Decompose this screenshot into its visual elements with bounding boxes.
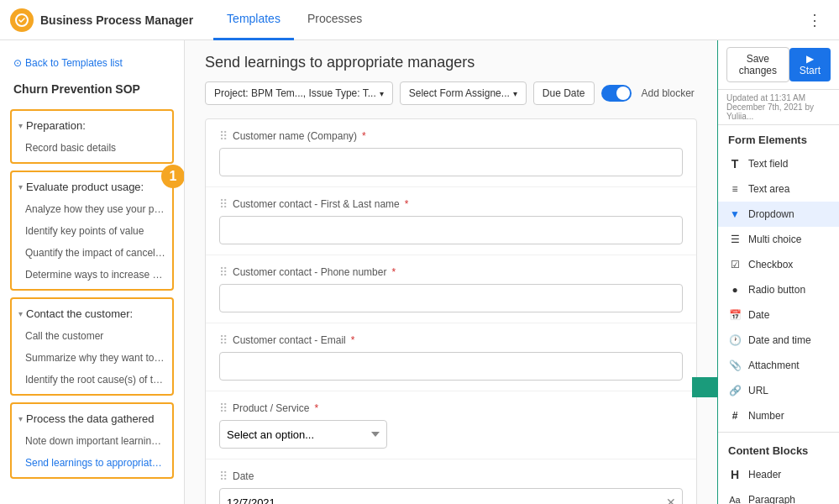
panel-item-header[interactable]: H Header bbox=[718, 462, 839, 487]
list-item[interactable]: Call the customer bbox=[12, 325, 172, 347]
panel-item-attachment[interactable]: 📎 Attachment bbox=[718, 353, 839, 378]
drag-drop-label: Drag & drop bbox=[692, 370, 717, 404]
tab-processes[interactable]: Processes bbox=[294, 0, 375, 40]
list-item[interactable]: Determine ways to increase val... bbox=[12, 264, 172, 286]
drag-handle-icon[interactable]: ⠿ bbox=[219, 197, 228, 211]
panel-item-text-area[interactable]: ≡ Text area bbox=[718, 176, 839, 202]
email-input[interactable] bbox=[219, 352, 683, 381]
list-item[interactable]: Identify the root cause(s) of the... bbox=[12, 369, 172, 391]
section-header-evaluate[interactable]: ▾ Evaluate product usage: bbox=[12, 176, 172, 198]
required-indicator: * bbox=[314, 402, 318, 414]
app-title: Business Process Manager bbox=[40, 13, 193, 27]
save-changes-button[interactable]: Save changes bbox=[726, 47, 789, 82]
panel-item-dropdown[interactable]: ▼ Dropdown bbox=[718, 202, 839, 227]
checkbox-icon: ☑ bbox=[728, 258, 742, 271]
list-item[interactable]: Quantify the impact of cancella... bbox=[12, 242, 172, 264]
start-button[interactable]: ▶ Start bbox=[789, 48, 831, 81]
field-label: ⠿ Product / Service * bbox=[219, 402, 683, 415]
drag-handle-icon[interactable]: ⠿ bbox=[219, 129, 228, 143]
list-item[interactable]: Record basic details bbox=[12, 137, 172, 159]
chevron-icon: ▾ bbox=[18, 182, 23, 192]
form-field-product: ⠿ Product / Service * Select an option..… bbox=[206, 391, 696, 459]
drag-handle-icon[interactable]: ⠿ bbox=[219, 333, 228, 347]
section-label: Contact the customer: bbox=[26, 307, 133, 320]
panel-item-date[interactable]: 📅 Date bbox=[718, 302, 839, 328]
product-select[interactable]: Select an option... bbox=[219, 420, 387, 449]
content-blocks-title: Content Blocks bbox=[718, 436, 839, 462]
panel-item-label: Radio button bbox=[748, 284, 805, 296]
updated-info: Updated at 11:31 AMDecember 7th, 2021 by… bbox=[718, 90, 839, 125]
top-nav: Business Process Manager Templates Proce… bbox=[0, 0, 839, 40]
list-item[interactable]: Analyze how they use your prod... bbox=[12, 198, 172, 220]
form-field-customer-name: ⠿ Customer name (Company) * bbox=[206, 119, 696, 187]
panel-item-radio-button[interactable]: ● Radio button bbox=[718, 277, 839, 302]
number-icon: # bbox=[728, 409, 742, 423]
section-header-contact[interactable]: ▾ Contact the customer: bbox=[12, 302, 172, 325]
field-label: ⠿ Customer name (Company) * bbox=[219, 129, 683, 143]
list-item[interactable]: Send learnings to appropriate ... bbox=[12, 452, 172, 474]
due-date-button[interactable]: Due Date bbox=[533, 81, 595, 105]
page-title: Send learnings to appropriate managers bbox=[205, 54, 697, 71]
date-clear-icon[interactable]: ✕ bbox=[666, 496, 676, 504]
list-item[interactable]: Summarize why they want to le... bbox=[12, 347, 172, 369]
panel-item-label: Checkbox bbox=[748, 259, 793, 270]
panel-item-label: URL bbox=[748, 385, 768, 396]
panel-item-multi-choice[interactable]: ☰ Multi choice bbox=[718, 227, 839, 252]
more-icon[interactable]: ⋮ bbox=[800, 4, 829, 36]
chevron-down-icon: ▾ bbox=[513, 89, 517, 98]
panel-item-label: Header bbox=[748, 469, 781, 480]
section-label: Evaluate product usage: bbox=[26, 181, 144, 193]
panel-item-label: Text field bbox=[748, 158, 788, 170]
field-label-text: Date bbox=[233, 470, 254, 482]
customer-name-input[interactable] bbox=[219, 148, 683, 176]
project-filter-button[interactable]: Project: BPM Tem..., Issue Type: T... ▾ bbox=[205, 81, 393, 105]
drag-handle-icon[interactable]: ⠿ bbox=[219, 402, 228, 415]
field-label-text: Customer contact - First & Last name bbox=[233, 198, 400, 210]
panel-item-checkbox[interactable]: ☑ Checkbox bbox=[718, 252, 839, 277]
field-label-text: Customer name (Company) bbox=[233, 130, 357, 142]
list-item[interactable]: Identify key points of value bbox=[12, 220, 172, 242]
assignee-filter-label: Select Form Assigne... bbox=[409, 87, 510, 99]
back-to-templates-link[interactable]: Back to Templates list bbox=[0, 50, 184, 76]
panel-item-number[interactable]: # Number bbox=[718, 403, 839, 428]
due-date-toggle[interactable] bbox=[601, 85, 632, 102]
section-header-preparation[interactable]: ▾ Preparation: bbox=[12, 114, 172, 137]
panel-item-text-field[interactable]: T Text field bbox=[718, 151, 839, 176]
assignee-filter-button[interactable]: Select Form Assigne... ▾ bbox=[400, 81, 527, 105]
chevron-icon: ▾ bbox=[18, 309, 23, 318]
date-input-wrap: 12/7/2021 ✕ bbox=[219, 488, 683, 504]
field-label: ⠿ Customer contact - Email * bbox=[219, 333, 683, 347]
drag-drop-indicator: Drag & drop bbox=[692, 370, 717, 404]
section-label: Preparation: bbox=[26, 119, 86, 132]
due-date-label: Due Date bbox=[543, 87, 585, 99]
sidebar-section-process: ▾ Process the data gathered Note down im… bbox=[10, 402, 174, 479]
phone-input[interactable] bbox=[219, 284, 683, 312]
panel-item-label: Dropdown bbox=[748, 208, 794, 220]
drag-handle-icon[interactable]: ⠿ bbox=[219, 265, 228, 279]
main-layout: Back to Templates list Churn Prevention … bbox=[0, 40, 839, 504]
field-label: ⠿ Date bbox=[219, 470, 683, 483]
tab-templates[interactable]: Templates bbox=[213, 0, 294, 40]
form-field-date: ⠿ Date 12/7/2021 ✕ bbox=[206, 459, 696, 504]
chevron-icon: ▾ bbox=[18, 121, 23, 130]
section-header-process[interactable]: ▾ Process the data gathered bbox=[12, 407, 172, 430]
date-input[interactable]: 12/7/2021 bbox=[219, 488, 683, 504]
panel-item-url[interactable]: 🔗 URL bbox=[718, 378, 839, 403]
add-blocker-button[interactable]: Add blocker bbox=[642, 87, 695, 99]
field-label-text: Customer contact - Phone number bbox=[233, 266, 386, 278]
save-area: Save changes ▶ Start bbox=[718, 40, 839, 90]
panel-item-paragraph[interactable]: Aa Paragraph bbox=[718, 487, 839, 504]
sidebar-section-evaluate: ▾ Evaluate product usage: Analyze how th… bbox=[10, 171, 174, 291]
contact-name-input[interactable] bbox=[219, 216, 683, 244]
radio-button-icon: ● bbox=[728, 283, 742, 297]
form-field-phone: ⠿ Customer contact - Phone number * bbox=[206, 255, 696, 323]
panel-item-label: Number bbox=[748, 410, 784, 422]
url-icon: 🔗 bbox=[728, 384, 742, 397]
required-indicator: * bbox=[362, 130, 366, 142]
list-item[interactable]: Note down important learnings ... bbox=[12, 430, 172, 452]
required-indicator: * bbox=[405, 198, 409, 210]
panel-item-date-time[interactable]: 🕐 Date and time bbox=[718, 328, 839, 353]
drag-handle-icon[interactable]: ⠿ bbox=[219, 470, 228, 483]
panel-divider bbox=[718, 432, 839, 433]
multi-choice-icon: ☰ bbox=[728, 233, 742, 246]
